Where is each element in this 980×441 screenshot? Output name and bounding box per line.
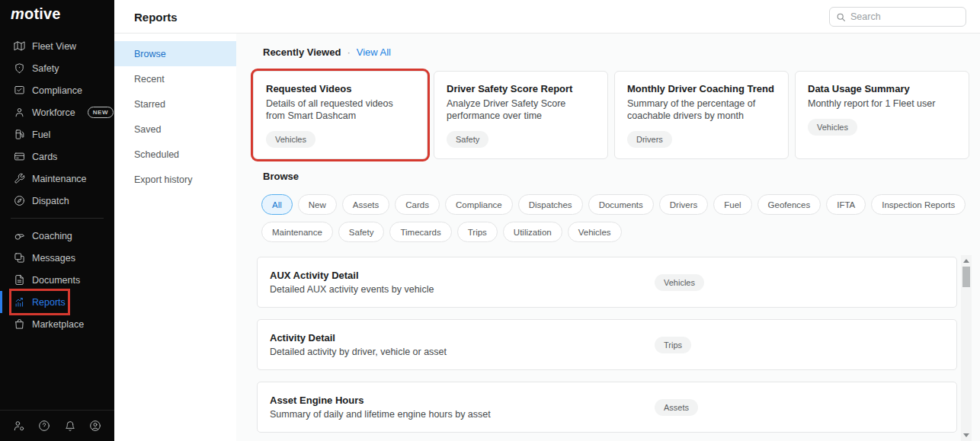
card-title: Requested Videos — [266, 83, 415, 94]
sidebar-item-coaching[interactable]: Coaching — [0, 225, 114, 247]
reports-subnav: Browse Recent Starred Saved Scheduled Ex… — [114, 34, 236, 441]
account-icon[interactable] — [89, 420, 101, 432]
recently-viewed-header: Recently Viewed · View All — [263, 46, 391, 58]
sidebar-item-dispatch[interactable]: Dispatch — [0, 190, 114, 212]
sidebar-item-marketplace[interactable]: Marketplace — [0, 313, 114, 335]
sidebar-item-label: Workforce — [32, 107, 75, 118]
filter-chip-ifta[interactable]: IFTA — [826, 194, 866, 215]
sidebar-item-label: Fleet View — [32, 41, 76, 52]
card-title: Monthly Driver Coaching Trend — [627, 83, 776, 94]
fuel-icon — [14, 129, 25, 140]
report-card-requested-videos[interactable]: Requested Videos Details of all requeste… — [253, 71, 428, 159]
subnav-item-scheduled[interactable]: Scheduled — [114, 142, 236, 167]
filter-chip-timecards[interactable]: Timecards — [389, 222, 451, 242]
scrollbar-thumb[interactable] — [962, 267, 970, 287]
filter-chip-trips[interactable]: Trips — [457, 222, 498, 242]
admin-icon[interactable] — [13, 420, 25, 432]
sidebar-item-label: Cards — [32, 152, 57, 162]
sidebar-item-label: Dispatch — [32, 196, 69, 206]
coaching-icon — [14, 230, 25, 241]
sidebar-item-label: Compliance — [32, 85, 82, 96]
view-all-link[interactable]: View All — [357, 46, 391, 58]
recently-viewed-cards: Requested Videos Details of all requeste… — [253, 71, 969, 159]
card-tag: Vehicles — [808, 119, 857, 136]
filter-chip-cards[interactable]: Cards — [395, 194, 440, 215]
fleet-view-icon — [14, 40, 25, 52]
filter-chip-maintenance[interactable]: Maintenance — [261, 222, 333, 242]
notifications-icon[interactable] — [64, 420, 76, 432]
filter-chip-utilization[interactable]: Utilization — [503, 222, 562, 242]
subnav-item-saved[interactable]: Saved — [114, 117, 236, 142]
card-description: Monthly report for 1 Fleet user — [808, 97, 956, 110]
sidebar-item-reports[interactable]: Reports — [0, 291, 114, 313]
filter-chip-inspection-reports[interactable]: Inspection Reports — [871, 194, 966, 215]
filter-chip-assets[interactable]: Assets — [342, 194, 390, 215]
sidebar-item-documents[interactable]: Documents — [0, 269, 114, 291]
filter-chip-documents[interactable]: Documents — [588, 194, 654, 215]
sidebar-item-fleet-view[interactable]: Fleet View — [0, 35, 114, 57]
sidebar-item-label: Messages — [32, 253, 75, 264]
report-title: Asset Engine Hours — [270, 395, 956, 406]
list-scrollbar[interactable] — [961, 255, 972, 441]
report-card-driver-safety-score[interactable]: Driver Safety Score Report Analyze Drive… — [434, 71, 608, 159]
scrollbar-down-arrow-icon[interactable] — [963, 433, 969, 437]
filter-chips-row-1: All New Assets Cards Compliance Dispatch… — [261, 194, 966, 215]
filter-chip-drivers[interactable]: Drivers — [659, 194, 708, 215]
maintenance-icon — [14, 173, 25, 184]
sidebar-item-label: Maintenance — [32, 174, 87, 184]
sidebar-item-fuel[interactable]: Fuel — [0, 123, 114, 145]
sidebar-item-messages[interactable]: Messages — [0, 247, 114, 269]
report-row-aux-activity-detail[interactable]: AUX Activity Detail Detailed AUX activit… — [257, 257, 957, 308]
primary-nav: Fleet View Safety Compliance Workforce N… — [0, 35, 114, 335]
card-description: Summary of the percentage of coachable d… — [627, 97, 776, 122]
scrollbar-up-arrow-icon[interactable] — [963, 259, 969, 263]
report-row-asset-engine-hours[interactable]: Asset Engine Hours Summary of daily and … — [257, 382, 957, 433]
sidebar-item-safety[interactable]: Safety — [0, 57, 114, 79]
sidebar-item-maintenance[interactable]: Maintenance — [0, 168, 114, 190]
help-icon[interactable] — [38, 420, 50, 432]
card-description: Details of all requested videos from Sma… — [266, 97, 415, 122]
sidebar-item-workforce[interactable]: Workforce NEW — [0, 101, 114, 123]
sidebar-item-compliance[interactable]: Compliance — [0, 79, 114, 101]
filter-chip-geofences[interactable]: Geofences — [757, 194, 821, 215]
filter-chip-all[interactable]: All — [261, 194, 293, 215]
card-title: Data Usage Summary — [808, 83, 956, 94]
filter-chip-vehicles[interactable]: Vehicles — [568, 222, 622, 242]
filter-chip-compliance[interactable]: Compliance — [445, 194, 513, 215]
subnav-item-export-history[interactable]: Export history — [114, 167, 236, 192]
report-card-monthly-coaching-trend[interactable]: Monthly Driver Coaching Trend Summary of… — [614, 71, 789, 159]
sidebar-item-cards[interactable]: Cards — [0, 145, 114, 168]
safety-icon — [14, 62, 25, 74]
card-tag: Drivers — [627, 131, 672, 148]
reports-icon — [14, 296, 25, 308]
report-description: Detailed activity by driver, vehicle or … — [270, 347, 956, 357]
subnav-item-starred[interactable]: Starred — [114, 91, 236, 117]
main-content: Recently Viewed · View All Requested Vid… — [236, 34, 980, 441]
sidebar-item-label: Fuel — [32, 129, 50, 140]
report-description: Summary of daily and lifetime engine hou… — [270, 409, 956, 420]
dispatch-icon — [14, 195, 25, 206]
marketplace-icon — [14, 318, 25, 330]
search-box[interactable] — [829, 7, 966, 27]
subnav-item-browse[interactable]: Browse — [114, 41, 236, 66]
search-input[interactable] — [850, 11, 959, 22]
browse-heading: Browse — [263, 171, 299, 182]
card-tag: Vehicles — [266, 131, 315, 148]
filter-chips-row-2: Maintenance Safety Timecards Trips Utili… — [261, 222, 622, 242]
filter-chip-dispatches[interactable]: Dispatches — [518, 194, 583, 215]
report-card-data-usage-summary[interactable]: Data Usage Summary Monthly report for 1 … — [795, 71, 969, 159]
filter-chip-safety[interactable]: Safety — [338, 222, 385, 242]
report-list: AUX Activity Detail Detailed AUX activit… — [257, 257, 957, 433]
page-title: Reports — [134, 11, 178, 24]
card-tag: Safety — [447, 131, 488, 148]
separator-dot: · — [347, 46, 350, 58]
app-window: motive Fleet View Safety Compliance Work… — [0, 0, 980, 441]
sidebar-item-label: Marketplace — [32, 319, 84, 330]
report-row-activity-detail[interactable]: Activity Detail Detailed activity by dri… — [257, 319, 957, 370]
filter-chip-new[interactable]: New — [298, 194, 337, 215]
filter-chip-fuel[interactable]: Fuel — [713, 194, 751, 215]
report-title: Activity Detail — [270, 332, 956, 344]
subnav-item-recent[interactable]: Recent — [114, 66, 236, 91]
report-tag: Vehicles — [655, 274, 704, 291]
sidebar-divider — [11, 218, 104, 219]
